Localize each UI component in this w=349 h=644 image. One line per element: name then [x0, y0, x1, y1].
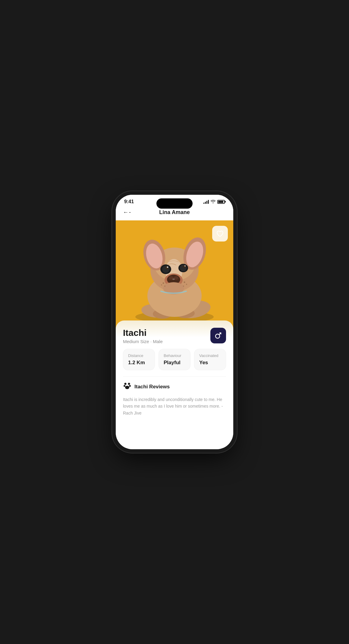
pet-gender: Male — [153, 339, 163, 344]
svg-point-31 — [164, 286, 165, 287]
pet-size: Medium Size — [123, 339, 149, 344]
svg-point-29 — [163, 283, 164, 284]
gender-button[interactable] — [210, 328, 226, 343]
svg-point-22 — [184, 265, 186, 267]
back-dash: - — [129, 209, 131, 216]
vaccinated-label: Vaccinated — [199, 353, 221, 358]
status-time: 9:41 — [124, 199, 134, 204]
header: ← - Lina Amane — [116, 207, 233, 220]
review-text: Itachi is incredibly and unconditionally… — [123, 396, 226, 416]
back-arrow-icon: ← — [123, 209, 128, 216]
svg-point-34 — [183, 286, 184, 287]
reviews-header: Itachi Reviews — [123, 381, 226, 392]
distance-value: 1.2 Km — [128, 360, 150, 366]
back-button[interactable]: ← - — [123, 209, 131, 216]
svg-point-16 — [162, 266, 169, 273]
stat-card-distance: Distance 1.2 Km — [123, 349, 155, 370]
pet-separator: · — [150, 339, 153, 344]
pet-info-card: Itachi Medium Size · Male — [116, 320, 233, 349]
phone-screen: 9:41 ← - Lina Am — [116, 195, 233, 449]
svg-point-27 — [172, 279, 175, 280]
stats-section: Distance 1.2 Km Behaviour Playful Vaccin… — [116, 349, 233, 376]
battery-icon — [217, 200, 225, 204]
distance-label: Distance — [128, 353, 150, 358]
wifi-icon — [211, 199, 215, 204]
svg-point-36 — [124, 383, 127, 385]
reviews-title: Itachi Reviews — [134, 384, 170, 390]
favorite-button[interactable] — [212, 226, 228, 242]
vaccinated-value: Yes — [199, 360, 221, 366]
status-icons — [203, 199, 225, 204]
hero-image — [116, 220, 233, 329]
stat-card-vaccinated: Vaccinated Yes — [194, 349, 226, 370]
paw-icon — [123, 381, 131, 392]
reviews-section: Itachi Reviews Itachi is incredibly and … — [116, 377, 233, 421]
svg-point-33 — [186, 284, 187, 285]
svg-point-39 — [129, 385, 131, 387]
pet-info-left: Itachi Medium Size · Male — [123, 328, 163, 344]
pet-details: Medium Size · Male — [123, 339, 163, 344]
svg-point-40 — [125, 386, 129, 389]
heart-icon — [216, 230, 224, 237]
male-symbol-icon — [214, 332, 222, 339]
stat-card-behaviour: Behaviour Playful — [159, 349, 190, 370]
svg-point-38 — [124, 385, 125, 387]
phone-frame: 9:41 ← - Lina Am — [116, 195, 233, 449]
stats-row: Distance 1.2 Km Behaviour Playful Vaccin… — [123, 349, 226, 370]
svg-point-18 — [167, 267, 168, 268]
behaviour-value: Playful — [164, 360, 185, 366]
dynamic-island — [156, 198, 193, 209]
behaviour-label: Behaviour — [164, 353, 185, 358]
page-title: Lina Amane — [159, 209, 190, 216]
signal-icon — [203, 200, 209, 204]
status-bar: 9:41 — [116, 195, 233, 207]
svg-point-30 — [161, 284, 162, 286]
svg-point-37 — [128, 383, 130, 385]
svg-point-32 — [184, 282, 185, 283]
pet-name: Itachi — [123, 328, 163, 338]
